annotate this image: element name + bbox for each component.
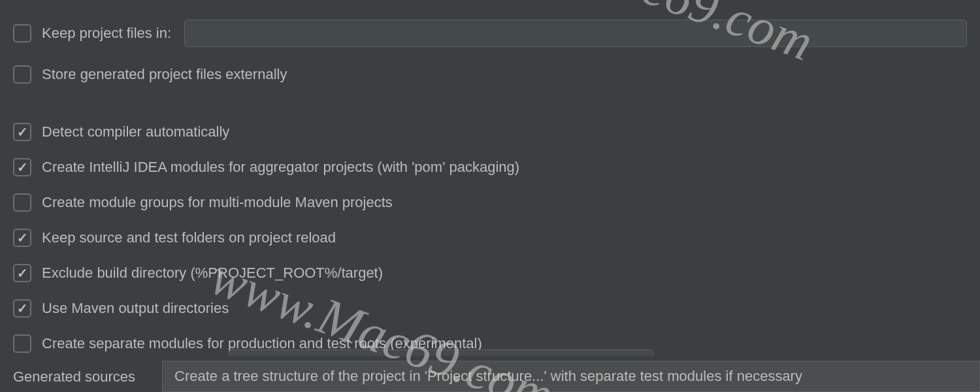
keep-project-files-input[interactable] — [184, 20, 967, 47]
use-maven-output-checkbox[interactable] — [13, 299, 31, 318]
exclude-build-dir-row: Exclude build directory (%PROJECT_ROOT%/… — [13, 263, 967, 284]
keep-source-test-checkbox[interactable] — [13, 229, 31, 247]
generated-sources-dropdown-partial[interactable] — [229, 350, 653, 356]
create-intellij-modules-label: Create IntelliJ IDEA modules for aggrega… — [42, 159, 519, 176]
tooltip-text: Create a tree structure of the project i… — [174, 368, 802, 384]
detect-compiler-label: Detect compiler automatically — [42, 123, 229, 140]
section-spacer — [13, 102, 967, 122]
keep-source-test-row: Keep source and test folders on project … — [13, 227, 967, 248]
create-intellij-modules-row: Create IntelliJ IDEA modules for aggrega… — [13, 157, 967, 178]
keep-project-files-row: Keep project files in: — [13, 20, 967, 47]
use-maven-output-row: Use Maven output directories — [13, 298, 967, 319]
exclude-build-dir-label: Exclude build directory (%PROJECT_ROOT%/… — [42, 265, 383, 282]
store-externally-checkbox[interactable] — [13, 65, 31, 84]
create-module-groups-checkbox[interactable] — [13, 193, 31, 212]
detect-compiler-checkbox[interactable] — [13, 123, 31, 141]
keep-project-files-checkbox[interactable] — [13, 24, 31, 42]
create-module-groups-row: Create module groups for multi-module Ma… — [13, 192, 967, 213]
keep-project-files-label: Keep project files in: — [42, 25, 171, 42]
generated-sources-label: Generated sources — [13, 368, 135, 385]
use-maven-output-label: Use Maven output directories — [42, 300, 229, 317]
keep-source-test-label: Keep source and test folders on project … — [42, 229, 336, 246]
store-externally-label: Store generated project files externally — [42, 66, 287, 83]
create-module-groups-label: Create module groups for multi-module Ma… — [42, 194, 393, 211]
create-separate-modules-checkbox[interactable] — [13, 335, 31, 353]
exclude-build-dir-checkbox[interactable] — [13, 264, 31, 282]
store-externally-row: Store generated project files externally — [13, 64, 967, 85]
tooltip: Create a tree structure of the project i… — [162, 361, 980, 392]
create-intellij-modules-checkbox[interactable] — [13, 158, 31, 176]
detect-compiler-row: Detect compiler automatically — [13, 122, 967, 142]
